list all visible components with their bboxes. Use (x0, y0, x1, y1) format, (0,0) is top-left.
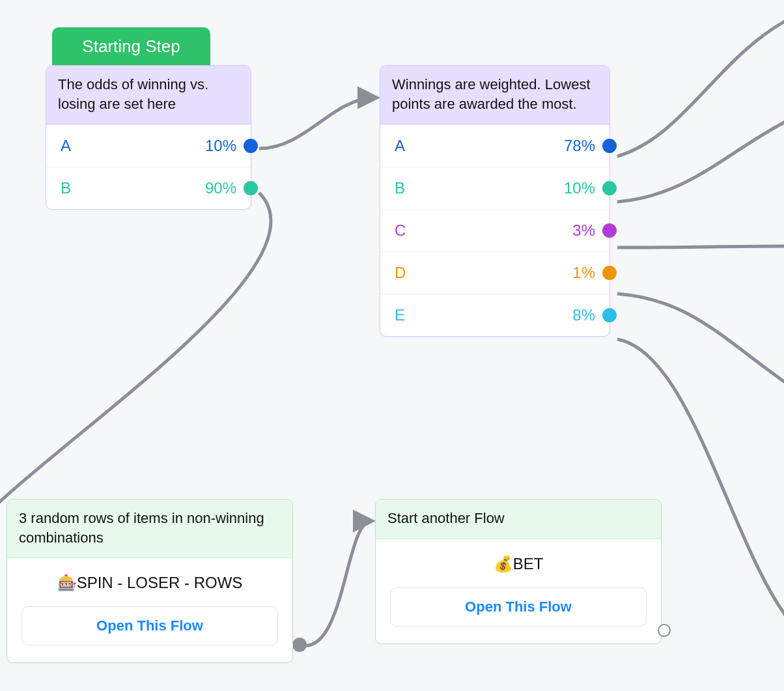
bet-flow-node[interactable]: Start another Flow 💰BET Open This Flow (375, 499, 662, 644)
money-bag-icon: 💰 (494, 555, 513, 572)
row-label: B (395, 179, 405, 197)
open-flow-button[interactable]: Open This Flow (21, 606, 278, 645)
output-port[interactable] (602, 223, 617, 238)
loser-flow-node[interactable]: 3 random rows of items in non-winning co… (7, 499, 293, 663)
output-port[interactable] (602, 266, 617, 280)
row-value: 78% (564, 137, 595, 155)
loser-flow-header: 3 random rows of items in non-winning co… (7, 500, 292, 558)
odds-node-header: The odds of winning vs. losing are set h… (46, 66, 251, 124)
output-port-empty[interactable] (658, 624, 671, 637)
slot-machine-icon: 🎰 (57, 574, 77, 591)
bet-flow-header: Start another Flow (376, 500, 661, 539)
output-port[interactable] (602, 139, 617, 153)
row-value: 8% (572, 306, 595, 324)
loser-flow-name: SPIN - LOSER - ROWS (77, 574, 243, 591)
svg-point-0 (292, 638, 307, 652)
row-value: 3% (572, 221, 595, 240)
winnings-row-a[interactable]: A 78% (380, 124, 609, 167)
odds-node[interactable]: The odds of winning vs. losing are set h… (46, 65, 251, 210)
bet-flow-name: BET (513, 555, 544, 572)
row-label: B (61, 179, 71, 197)
row-value: 10% (205, 137, 236, 155)
odds-row-a[interactable]: A 10% (46, 124, 251, 167)
loser-flow-title: 🎰SPIN - LOSER - ROWS (21, 574, 278, 592)
output-port[interactable] (602, 181, 617, 195)
bet-flow-title: 💰BET (390, 555, 647, 573)
row-label: C (395, 221, 406, 240)
row-value: 10% (564, 179, 595, 197)
winnings-node[interactable]: Winnings are weighted. Lowest points are… (380, 65, 610, 337)
row-label: E (395, 306, 405, 324)
row-label: A (395, 137, 405, 155)
starting-step-tab: Starting Step (52, 27, 210, 66)
row-value: 90% (205, 179, 236, 197)
winnings-node-header: Winnings are weighted. Lowest points are… (380, 66, 609, 124)
output-port[interactable] (244, 181, 258, 195)
open-flow-button[interactable]: Open This Flow (390, 587, 647, 627)
row-label: A (61, 137, 71, 155)
row-value: 1% (572, 264, 595, 282)
winnings-row-c[interactable]: C 3% (380, 209, 609, 251)
winnings-row-b[interactable]: B 10% (380, 167, 609, 209)
starting-step-label: Starting Step (82, 36, 180, 56)
row-label: D (395, 264, 406, 282)
odds-row-b[interactable]: B 90% (46, 167, 251, 209)
output-port[interactable] (602, 308, 617, 322)
output-port[interactable] (244, 139, 258, 153)
winnings-row-d[interactable]: D 1% (380, 251, 609, 294)
winnings-row-e[interactable]: E 8% (380, 294, 609, 336)
